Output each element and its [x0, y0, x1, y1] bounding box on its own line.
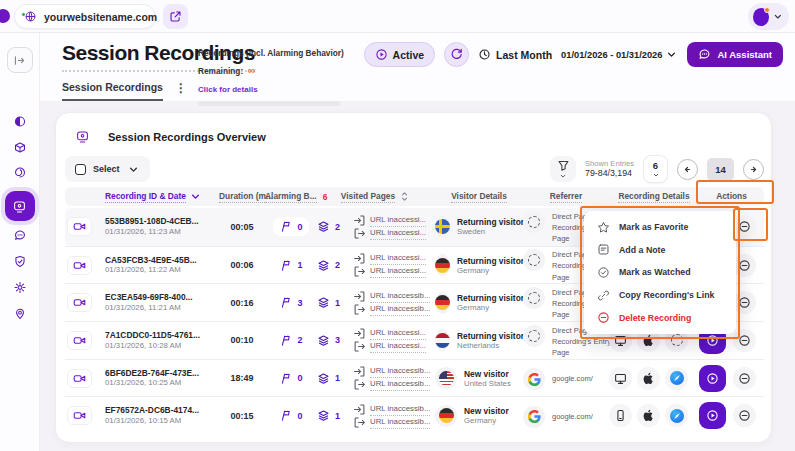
sidebar-item-heatmaps[interactable] [13, 166, 26, 179]
column-alarming[interactable]: Alarming B... 6 [265, 190, 317, 203]
page-size-select[interactable]: 6 [643, 155, 668, 183]
menu-item-mark-favorite[interactable]: Mark as Favorite [584, 221, 736, 234]
top-bar: yourwebsitename.com [0, 0, 795, 33]
row-actions-button[interactable] [733, 329, 756, 352]
row-actions-button[interactable] [733, 367, 756, 390]
visitor-country: Germany [457, 266, 524, 275]
exit-page-icon [353, 303, 366, 316]
table-row[interactable]: 6BF6DE2B-764F-473E...01/31/2026, 10:25 A… [65, 359, 764, 397]
entry-url[interactable]: URL inaccessi... [370, 214, 426, 227]
globe-icon [24, 10, 37, 23]
menu-item-add-note[interactable]: Add a Note [584, 243, 736, 256]
row-actions-button[interactable] [733, 215, 756, 238]
chat-icon [698, 48, 711, 61]
sidebar-item-security[interactable] [13, 255, 26, 268]
star-icon [597, 221, 610, 234]
swirl-icon [13, 166, 26, 179]
browser-safari-icon [665, 404, 688, 427]
device-desktop-icon [609, 367, 632, 390]
menu-item-copy-link[interactable]: Copy Recording's Link [584, 289, 736, 302]
direct-referrer-icon [523, 249, 545, 271]
select-checkbox[interactable] [75, 164, 86, 175]
column-recording-id[interactable]: Recording ID & Date [97, 190, 219, 203]
flag-icon [279, 372, 292, 385]
exit-page-icon [353, 378, 366, 391]
table-header: Recording ID & Date Duration (m... Alarm… [65, 187, 764, 206]
next-page-button[interactable] [743, 159, 764, 180]
tab-session-recordings[interactable]: Session Recordings [62, 81, 163, 101]
refresh-button[interactable] [444, 42, 469, 67]
exit-url[interactable]: URL inaccessi... [370, 265, 426, 278]
visitor-country: Germany [464, 416, 509, 425]
row-actions-button[interactable] [733, 291, 756, 314]
play-recording-button[interactable] [699, 365, 726, 392]
entry-url[interactable]: URL inaccessi... [370, 252, 426, 265]
entry-url[interactable]: URL inaccessib... [370, 365, 430, 378]
page-size-value: 6 [653, 160, 658, 171]
exit-url[interactable]: URL inaccessi... [370, 340, 426, 353]
referrer-text: google.com/ [552, 411, 593, 422]
visitor-type: Returning visitor [457, 293, 524, 303]
country-flag-germany [435, 405, 457, 427]
recording-id: 553B8951-108D-4CEB... [105, 216, 219, 227]
play-recording-button[interactable] [699, 402, 726, 429]
sidebar-item-feedback[interactable] [13, 229, 26, 242]
user-menu[interactable] [748, 3, 789, 30]
country-flag-sweden [435, 216, 450, 238]
exit-url[interactable]: URL inaccessib... [370, 303, 430, 316]
entry-url[interactable]: URL inaccessib... [370, 290, 430, 303]
feedback-bubble-icon [13, 229, 26, 242]
select-all-control[interactable]: Select [65, 156, 150, 182]
column-visited-pages[interactable]: Visited Pages [317, 190, 435, 203]
website-selector[interactable]: yourwebsitename.com [14, 4, 156, 29]
details-link[interactable]: Click for details [198, 85, 258, 94]
recording-id: EF76572A-DC6B-4174... [105, 405, 219, 416]
column-recording-details: Recording Details [609, 191, 699, 203]
device-mobile-icon [609, 404, 632, 427]
filter-button[interactable] [550, 156, 576, 182]
browser-safari-icon [665, 367, 688, 390]
sidebar-item-session-recordings[interactable] [5, 191, 35, 221]
column-duration[interactable]: Duration (m... [219, 190, 265, 203]
visitor-type: Returning visitor [457, 217, 524, 227]
note-icon [597, 243, 610, 256]
visitor-country: Germany [457, 303, 524, 312]
sort-icon[interactable] [398, 190, 411, 203]
period-selector[interactable]: Last Month [478, 48, 552, 61]
sidebar-collapse-button[interactable] [7, 47, 33, 73]
funnel-icon [557, 159, 570, 172]
row-actions-button[interactable] [733, 404, 756, 427]
previous-page-button[interactable] [677, 159, 698, 180]
exit-url[interactable]: URL inaccessib... [370, 378, 430, 391]
pages-count: 2 [317, 259, 353, 272]
flag-icon [279, 220, 292, 233]
sidebar-item-products[interactable] [13, 141, 26, 154]
tab-options-kebab[interactable]: ⋮ [175, 81, 187, 101]
entry-url[interactable]: URL inaccessi... [370, 327, 426, 340]
exit-url[interactable]: URL inaccessib... [370, 416, 430, 429]
alarming-count: 2 [279, 334, 302, 347]
entries-value: 79-84/3,194 [585, 168, 634, 179]
table-row[interactable]: EF76572A-DC6B-4174...01/31/2026, 10:15 A… [65, 396, 764, 434]
recording-id: 7A1CDDC0-11D5-4761... [105, 330, 219, 341]
exit-page-icon [353, 265, 366, 278]
camera-icon [67, 369, 92, 388]
referrer-text: google.com/ [552, 373, 593, 384]
sidebar-item-settings[interactable] [13, 281, 26, 294]
website-name: yourwebsitename.com [44, 11, 157, 23]
exit-url[interactable]: URL inaccessi... [370, 227, 426, 240]
row-actions-button[interactable] [733, 254, 756, 277]
sidebar-item-visitors[interactable] [13, 307, 26, 320]
active-filter-button[interactable]: Active [364, 42, 436, 67]
menu-item-delete-recording[interactable]: Delete Recording [584, 311, 736, 324]
open-website-button[interactable] [163, 4, 188, 29]
current-page[interactable]: 14 [707, 158, 734, 181]
menu-item-mark-watched[interactable]: Mark as Watched [584, 266, 736, 279]
entry-url[interactable]: URL inaccessib... [370, 403, 430, 416]
date-range-picker[interactable]: 01/01/2026 - 01/31/2026 [561, 48, 678, 61]
entry-page-icon [353, 252, 366, 265]
chevron-down-icon [559, 172, 567, 180]
sidebar-item-dashboard[interactable] [13, 115, 26, 128]
ai-assistant-button[interactable]: AI Assistant [687, 42, 783, 67]
overview-icon [70, 124, 95, 149]
